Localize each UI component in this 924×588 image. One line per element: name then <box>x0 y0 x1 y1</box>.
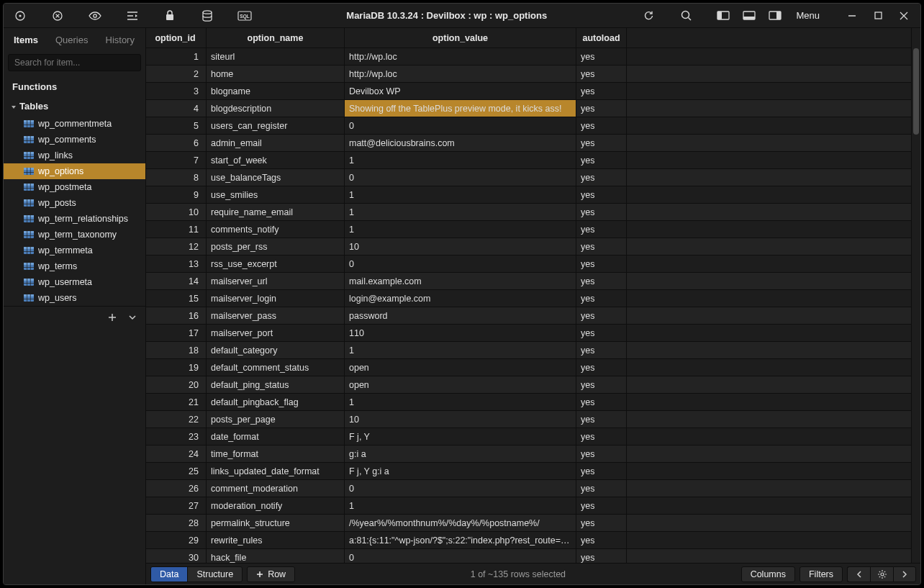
cell-name[interactable]: time_format <box>207 445 345 463</box>
cell-name[interactable]: blogname <box>207 83 345 100</box>
cell-autoload[interactable]: yes <box>576 204 627 221</box>
cell-autoload[interactable]: yes <box>576 428 627 445</box>
cell-id[interactable]: 9 <box>146 186 207 204</box>
connection-icon[interactable] <box>8 5 32 27</box>
cell-id[interactable]: 27 <box>146 497 207 515</box>
col-header-autoload[interactable]: autoload <box>576 28 627 48</box>
table-row[interactable]: 17mailserver_port110yes <box>146 325 912 342</box>
page-prev-icon[interactable] <box>847 566 870 582</box>
cell-id[interactable]: 18 <box>146 342 207 359</box>
cell-autoload[interactable]: yes <box>576 100 627 117</box>
cell-id[interactable]: 6 <box>146 135 207 152</box>
cell-name[interactable]: siteurl <box>207 48 345 65</box>
sidebar-table-wp_terms[interactable]: wp_terms <box>4 258 145 274</box>
table-row[interactable]: 30hack_file0yes <box>146 549 912 563</box>
cell-id[interactable]: 22 <box>146 411 207 428</box>
cell-value[interactable]: 1 <box>345 204 576 221</box>
cell-id[interactable]: 23 <box>146 428 207 445</box>
cell-id[interactable]: 7 <box>146 152 207 169</box>
col-header-id[interactable]: option_id <box>146 28 207 48</box>
cell-name[interactable]: default_category <box>207 342 345 359</box>
cell-value[interactable]: mail.example.com <box>345 273 576 290</box>
cell-autoload[interactable]: yes <box>576 65 627 83</box>
cell-name[interactable]: mailserver_pass <box>207 307 345 325</box>
cell-name[interactable]: require_name_email <box>207 204 345 221</box>
cell-id[interactable]: 2 <box>146 65 207 83</box>
gear-icon[interactable] <box>870 566 893 582</box>
lock-icon[interactable] <box>158 5 182 27</box>
cell-name[interactable]: use_balanceTags <box>207 169 345 186</box>
cell-id[interactable]: 19 <box>146 359 207 376</box>
table-row[interactable]: 6admin_emailmatt@deliciousbrains.comyes <box>146 135 912 152</box>
add-icon[interactable] <box>104 309 121 325</box>
table-row[interactable]: 13rss_use_excerpt0yes <box>146 255 912 273</box>
cell-name[interactable]: start_of_week <box>207 152 345 169</box>
table-row[interactable]: 4blogdescriptionShowing off the TablePlu… <box>146 100 912 117</box>
cell-value[interactable]: F j, Y <box>345 428 576 445</box>
cell-value[interactable]: 10 <box>345 238 576 255</box>
cell-autoload[interactable]: yes <box>576 463 627 480</box>
cell-autoload[interactable]: yes <box>576 342 627 359</box>
cell-value[interactable]: 0 <box>345 255 576 273</box>
cell-autoload[interactable]: yes <box>576 549 627 563</box>
cell-id[interactable]: 21 <box>146 394 207 411</box>
sidebar-table-wp_term_relationships[interactable]: wp_term_relationships <box>4 211 145 227</box>
sql-icon[interactable]: SQL <box>232 5 257 27</box>
cell-id[interactable]: 13 <box>146 255 207 273</box>
cell-id[interactable]: 15 <box>146 290 207 307</box>
cell-autoload[interactable]: yes <box>576 325 627 342</box>
cell-value[interactable]: 10 <box>345 411 576 428</box>
sidebar-search-input[interactable] <box>8 54 141 71</box>
chevron-down-icon[interactable] <box>124 309 141 325</box>
cell-name[interactable]: hack_file <box>207 549 345 563</box>
table-row[interactable]: 26comment_moderation0yes <box>146 480 912 497</box>
cell-autoload[interactable]: yes <box>576 376 627 394</box>
cell-id[interactable]: 1 <box>146 48 207 65</box>
sidebar-table-wp_comments[interactable]: wp_comments <box>4 132 145 148</box>
columns-button[interactable]: Columns <box>741 566 795 582</box>
cell-value[interactable]: Showing off the TablePlus preview mode, … <box>345 100 576 117</box>
table-row[interactable]: 22posts_per_page10yes <box>146 411 912 428</box>
col-header-value[interactable]: option_value <box>345 28 576 48</box>
cell-value[interactable]: 1 <box>345 394 576 411</box>
minimize-icon[interactable] <box>840 5 864 27</box>
table-row[interactable]: 19default_comment_statusopenyes <box>146 359 912 376</box>
cell-name[interactable]: comments_notify <box>207 221 345 238</box>
cell-value[interactable]: g:i a <box>345 445 576 463</box>
cell-id[interactable]: 10 <box>146 204 207 221</box>
cell-value[interactable]: 0 <box>345 549 576 563</box>
add-row-button[interactable]: Row <box>248 567 294 582</box>
table-row[interactable]: 25links_updated_date_formatF j, Y g:i ay… <box>146 463 912 480</box>
sidebar-table-wp_termmeta[interactable]: wp_termmeta <box>4 243 145 258</box>
cell-id[interactable]: 29 <box>146 532 207 549</box>
table-row[interactable]: 7start_of_week1yes <box>146 152 912 169</box>
table-row[interactable]: 10require_name_email1yes <box>146 204 912 221</box>
sidebar-tab-items[interactable]: Items <box>6 30 45 50</box>
cell-name[interactable]: default_ping_status <box>207 376 345 394</box>
sidebar-table-wp_usermeta[interactable]: wp_usermeta <box>4 274 145 290</box>
cell-autoload[interactable]: yes <box>576 497 627 515</box>
cell-name[interactable]: default_comment_status <box>207 359 345 376</box>
cell-id[interactable]: 25 <box>146 463 207 480</box>
cell-id[interactable]: 11 <box>146 221 207 238</box>
cell-value[interactable]: 1 <box>345 221 576 238</box>
cell-name[interactable]: use_smilies <box>207 186 345 204</box>
cell-name[interactable]: comment_moderation <box>207 480 345 497</box>
cell-name[interactable]: users_can_register <box>207 117 345 135</box>
cell-value[interactable]: Devilbox WP <box>345 83 576 100</box>
cell-id[interactable]: 4 <box>146 100 207 117</box>
close-tab-icon[interactable] <box>45 5 70 27</box>
cell-autoload[interactable]: yes <box>576 445 627 463</box>
search-icon[interactable] <box>674 5 698 27</box>
cell-autoload[interactable]: yes <box>576 359 627 376</box>
sidebar-table-wp_users[interactable]: wp_users <box>4 290 145 306</box>
close-window-icon[interactable] <box>892 5 916 27</box>
cell-name[interactable]: permalink_structure <box>207 515 345 532</box>
table-row[interactable]: 12posts_per_rss10yes <box>146 238 912 255</box>
cell-value[interactable]: http://wp.loc <box>345 48 576 65</box>
cell-autoload[interactable]: yes <box>576 152 627 169</box>
cell-value[interactable]: 0 <box>345 169 576 186</box>
cell-autoload[interactable]: yes <box>576 515 627 532</box>
cell-autoload[interactable]: yes <box>576 169 627 186</box>
table-row[interactable]: 15mailserver_loginlogin@example.comyes <box>146 290 912 307</box>
